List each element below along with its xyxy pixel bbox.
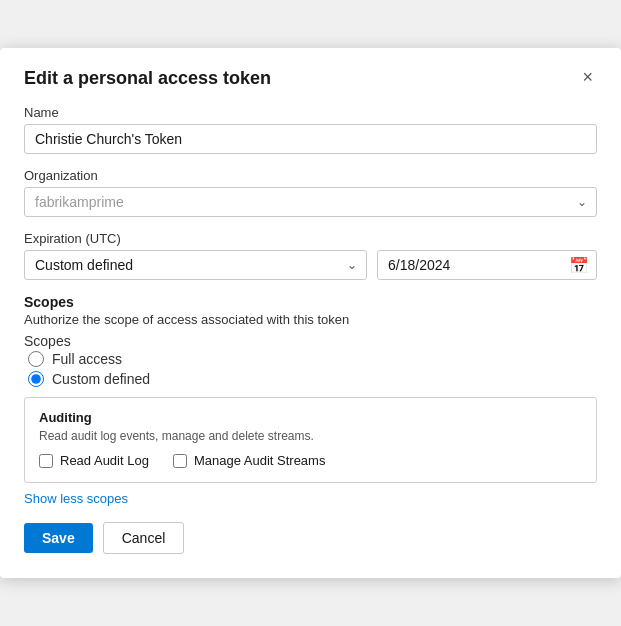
name-input[interactable] xyxy=(24,124,597,154)
expiration-label: Expiration (UTC) xyxy=(24,231,597,246)
auditing-checkboxes: Read Audit Log Manage Audit Streams xyxy=(39,453,582,468)
date-input-wrapper: 📅 xyxy=(377,250,597,280)
radio-custom-defined-row[interactable]: Custom defined xyxy=(24,371,597,387)
radio-group: Full access Custom defined xyxy=(24,351,597,387)
scopes-label-row: Scopes xyxy=(24,333,597,349)
org-field-group: Organization fabrikamprime ⌄ xyxy=(24,168,597,217)
manage-audit-streams-checkbox[interactable] xyxy=(173,454,187,468)
manage-audit-streams-row[interactable]: Manage Audit Streams xyxy=(173,453,326,468)
cancel-button[interactable]: Cancel xyxy=(103,522,185,554)
radio-full-access[interactable] xyxy=(28,351,44,367)
edit-token-dialog: Edit a personal access token × Name Orga… xyxy=(0,48,621,578)
date-input[interactable] xyxy=(377,250,597,280)
auditing-desc: Read audit log events, manage and delete… xyxy=(39,429,582,443)
scopes-label: Scopes xyxy=(24,333,71,349)
read-audit-log-checkbox[interactable] xyxy=(39,454,53,468)
expiration-label-row: Expiration (UTC) xyxy=(24,231,597,246)
radio-full-access-label: Full access xyxy=(52,351,122,367)
expiration-row: Custom defined ⌄ 📅 xyxy=(24,250,597,280)
name-label: Name xyxy=(24,105,597,120)
show-scopes-link[interactable]: Show less scopes xyxy=(24,491,128,506)
auditing-title: Auditing xyxy=(39,410,582,425)
org-label: Organization xyxy=(24,168,597,183)
radio-full-access-row[interactable]: Full access xyxy=(24,351,597,367)
scopes-desc: Authorize the scope of access associated… xyxy=(24,312,597,327)
expiration-select-wrapper: Custom defined ⌄ xyxy=(24,250,367,280)
dialog-header: Edit a personal access token × xyxy=(24,68,597,89)
auditing-category: Auditing Read audit log events, manage a… xyxy=(25,398,596,482)
org-select-wrapper: fabrikamprime ⌄ xyxy=(24,187,597,217)
close-button[interactable]: × xyxy=(578,68,597,86)
expiration-select[interactable]: Custom defined xyxy=(24,250,367,280)
name-field-group: Name xyxy=(24,105,597,154)
scopes-title: Scopes xyxy=(24,294,597,310)
radio-custom-defined[interactable] xyxy=(28,371,44,387)
radio-custom-defined-label: Custom defined xyxy=(52,371,150,387)
org-select[interactable]: fabrikamprime xyxy=(24,187,597,217)
dialog-title: Edit a personal access token xyxy=(24,68,271,89)
scopes-content-box: Auditing Read audit log events, manage a… xyxy=(24,397,597,483)
footer-buttons: Save Cancel xyxy=(24,522,597,554)
scopes-section: Scopes Authorize the scope of access ass… xyxy=(24,294,597,387)
manage-audit-streams-label: Manage Audit Streams xyxy=(194,453,326,468)
read-audit-log-row[interactable]: Read Audit Log xyxy=(39,453,149,468)
save-button[interactable]: Save xyxy=(24,523,93,553)
read-audit-log-label: Read Audit Log xyxy=(60,453,149,468)
